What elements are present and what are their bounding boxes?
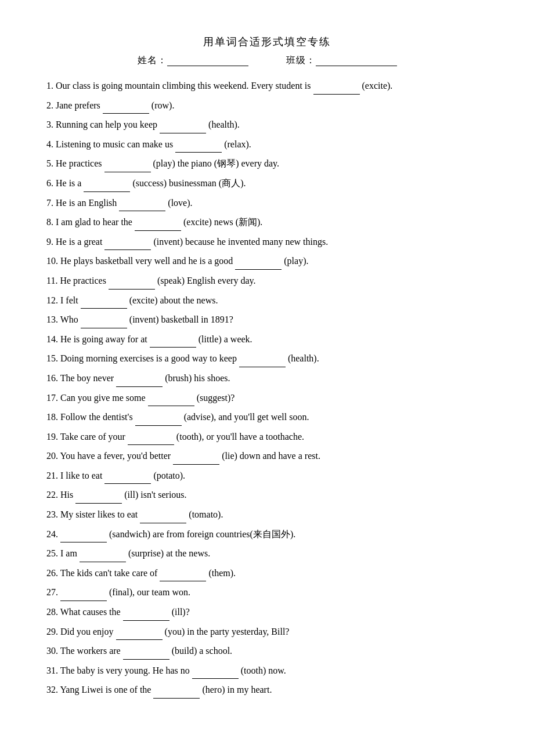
answer-blank[interactable] <box>104 474 151 484</box>
question-hint: (potato). <box>153 471 185 480</box>
question-27: 27. (final), our team won. <box>46 584 488 601</box>
answer-blank[interactable] <box>313 84 360 95</box>
question-30: 30. The workers are (build) a school. <box>46 642 488 660</box>
question-number: 17. Can you give me some <box>46 393 148 403</box>
question-hint: (health). <box>288 353 319 363</box>
question-12: 12. I felt (excite) about the news. <box>46 292 488 309</box>
question-15: 15. Doing morning exercises is a good wa… <box>46 350 488 367</box>
question-21: 21. I like to eat (potato). <box>46 467 488 484</box>
question-26: 26. The kids can't take care of (them). <box>46 565 488 582</box>
question-4: 4. Listening to music can make us (relax… <box>46 136 488 153</box>
answer-blank[interactable] <box>175 143 222 153</box>
answer-blank[interactable] <box>116 377 163 387</box>
question-1: 1. Our class is going mountain climbing … <box>46 77 488 95</box>
question-hint: (ill)? <box>172 607 190 617</box>
question-number: 28. What causes the <box>46 607 123 617</box>
question-2: 2. Jane prefers (row). <box>46 97 488 114</box>
answer-blank[interactable] <box>140 513 186 523</box>
question-number: 4. Listening to music can make us <box>46 139 175 149</box>
question-number: 32. Yang Liwei is one of the <box>46 685 153 694</box>
answer-blank[interactable] <box>135 415 182 426</box>
page-title: 用单词合适形式填空专练 <box>46 35 488 49</box>
question-hint: (tooth), or you'll have a toothache. <box>176 432 304 442</box>
answer-blank[interactable] <box>192 669 239 679</box>
answer-blank[interactable] <box>104 162 151 172</box>
questions-container: 1. Our class is going mountain climbing … <box>46 77 488 699</box>
question-number: 19. Take care of your <box>46 432 128 442</box>
question-hint: (surprise) at the news. <box>128 548 210 558</box>
question-24: 24. (sandwich) are from foreign countrie… <box>46 526 488 543</box>
question-number: 11. He practices <box>46 276 109 285</box>
question-17: 17. Can you give me some (suggest)? <box>46 389 488 407</box>
answer-blank[interactable] <box>60 591 107 601</box>
question-number: 8. I am glad to hear the <box>46 217 135 227</box>
answer-blank[interactable] <box>123 610 169 621</box>
question-number: 3. Running can help you keep <box>46 120 160 129</box>
answer-blank[interactable] <box>104 240 151 251</box>
answer-blank[interactable] <box>150 338 196 348</box>
question-hint: (little) a week. <box>199 334 252 344</box>
question-hint: (build) a school. <box>172 646 232 656</box>
answer-blank[interactable] <box>123 649 169 660</box>
answer-blank[interactable] <box>75 493 122 504</box>
answer-blank[interactable] <box>80 552 126 562</box>
subtitle-line: 姓名： 班级： <box>46 55 488 67</box>
question-number: 15. Doing morning exercises is a good wa… <box>46 353 239 363</box>
question-22: 22. His (ill) isn't serious. <box>46 486 488 504</box>
question-number: 25. I am <box>46 548 80 558</box>
answer-blank[interactable] <box>160 123 206 133</box>
question-hint: (sandwich) are from foreign countries(来自… <box>109 529 295 539</box>
question-hint: (excite) about the news. <box>129 295 218 305</box>
question-hint: (relax). <box>224 139 251 149</box>
answer-blank[interactable] <box>60 533 107 543</box>
answer-blank[interactable] <box>173 454 219 465</box>
answer-blank[interactable] <box>235 259 282 270</box>
question-hint: (tooth) now. <box>241 665 286 675</box>
answer-blank[interactable] <box>103 104 149 114</box>
question-6: 6. He is a (success) businessman (商人). <box>46 175 488 192</box>
question-29: 29. Did you enjoy (you) in the party yes… <box>46 623 488 641</box>
answer-blank[interactable] <box>128 435 174 446</box>
question-13: 13. Who (invent) basketball in 1891? <box>46 311 488 328</box>
question-hint: (play) the piano (钢琴) every day. <box>153 158 280 168</box>
question-number: 20. You have a fever, you'd better <box>46 451 173 461</box>
answer-blank[interactable] <box>119 201 165 212</box>
question-number: 23. My sister likes to eat <box>46 509 140 519</box>
question-number: 21. I like to eat <box>46 471 104 480</box>
answer-blank[interactable] <box>109 279 155 290</box>
question-23: 23. My sister likes to eat (tomato). <box>46 506 488 523</box>
question-number: 6. He is a <box>46 178 84 188</box>
question-7: 7. He is an English (love). <box>46 194 488 212</box>
question-5: 5. He practices (play) the piano (钢琴) ev… <box>46 155 488 172</box>
answer-blank[interactable] <box>153 688 200 699</box>
question-hint: (invent) because he invented many new th… <box>153 237 328 247</box>
question-9: 9. He is a great (invent) because he inv… <box>46 233 488 251</box>
question-10: 10. He plays basketball very well and he… <box>46 252 488 270</box>
question-number: 9. He is a great <box>46 237 104 247</box>
question-number: 18. Follow the dentist's <box>46 412 135 422</box>
question-hint: (play). <box>284 256 308 266</box>
question-19: 19. Take care of your (tooth), or you'll… <box>46 428 488 446</box>
question-number: 14. He is going away for at <box>46 334 150 344</box>
answer-blank[interactable] <box>81 299 127 309</box>
question-number: 29. Did you enjoy <box>46 627 116 636</box>
answer-blank[interactable] <box>239 357 286 367</box>
answer-blank[interactable] <box>160 571 206 582</box>
question-hint: (you) in the party yesterday, Bill? <box>165 627 290 636</box>
answer-blank[interactable] <box>135 220 181 231</box>
class-label: 班级： <box>286 55 316 65</box>
question-number: 31. The baby is very young. He has no <box>46 665 192 675</box>
question-25: 25. I am (surprise) at the news. <box>46 545 488 562</box>
question-number: 16. The boy never <box>46 373 116 383</box>
answer-blank[interactable] <box>84 182 130 192</box>
question-31: 31. The baby is very young. He has no (t… <box>46 662 488 679</box>
answer-blank[interactable] <box>116 630 163 641</box>
question-number: 1. Our class is going mountain climbing … <box>46 81 313 91</box>
question-number: 13. Who <box>46 314 81 324</box>
question-number: 26. The kids can't take care of <box>46 568 160 578</box>
question-hint: (suggest)? <box>197 393 235 403</box>
question-hint: (excite). <box>362 81 393 91</box>
answer-blank[interactable] <box>81 318 127 328</box>
name-label: 姓名： <box>138 55 167 65</box>
answer-blank[interactable] <box>148 396 194 407</box>
